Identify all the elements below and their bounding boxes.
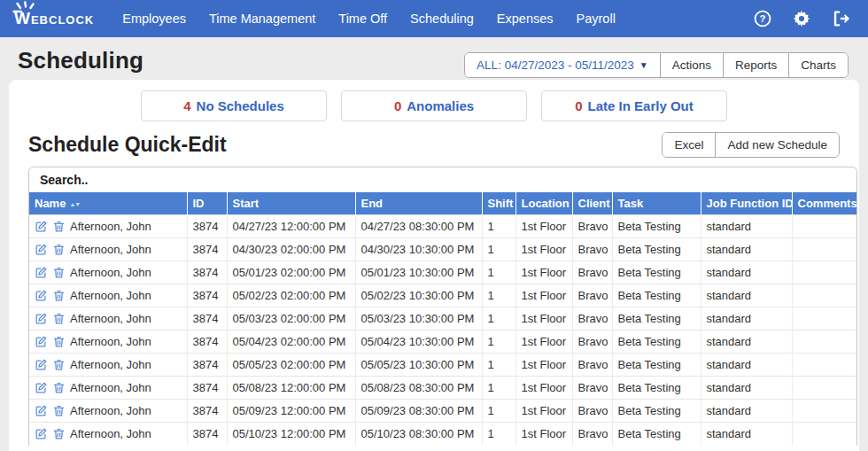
- employee-name: Afternoon, John: [70, 404, 151, 417]
- delete-trash-icon[interactable]: [52, 381, 66, 394]
- delete-trash-icon[interactable]: [52, 243, 66, 256]
- table-row[interactable]: Afternoon, John 3874 04/27/23 12:00:00 P…: [29, 215, 856, 238]
- schedule-client: Bravo: [572, 238, 612, 261]
- charts-button[interactable]: Charts: [788, 53, 848, 77]
- schedule-table-body: Afternoon, John 3874 04/27/23 12:00:00 P…: [29, 215, 856, 446]
- delete-trash-icon[interactable]: [52, 312, 66, 325]
- delete-trash-icon[interactable]: [52, 404, 66, 417]
- date-range-dropdown[interactable]: ALL: 04/27/2023 - 05/11/2023 ▼: [465, 53, 660, 77]
- table-row[interactable]: Afternoon, John 3874 05/02/23 02:00:00 P…: [29, 284, 856, 307]
- help-icon[interactable]: ?: [753, 9, 772, 28]
- schedule-comments: [792, 330, 856, 354]
- table-row[interactable]: Afternoon, John 3874 05/04/23 02:00:00 P…: [29, 330, 856, 354]
- delete-trash-icon[interactable]: [52, 289, 66, 302]
- stat-late-in-early-out[interactable]: 0 Late In Early Out: [541, 90, 727, 121]
- stat-anomalies[interactable]: 0 Anomalies: [341, 90, 527, 121]
- schedule-shift: 1: [482, 330, 515, 354]
- nav-item-employees[interactable]: Employees: [122, 12, 186, 26]
- edit-icon[interactable]: [35, 289, 48, 302]
- schedule-end: 05/09/23 08:30:00 PM: [355, 400, 482, 423]
- nav-item-expenses[interactable]: Expenses: [497, 12, 554, 26]
- delete-trash-icon[interactable]: [52, 335, 66, 348]
- schedule-task: Beta Testing: [612, 238, 701, 261]
- column-header-task[interactable]: Task: [612, 192, 701, 215]
- schedule-task: Beta Testing: [612, 261, 701, 284]
- edit-icon[interactable]: [35, 381, 48, 394]
- edit-icon[interactable]: [35, 335, 48, 348]
- delete-trash-icon[interactable]: [52, 220, 66, 233]
- nav-item-time-off[interactable]: Time Off: [338, 12, 387, 26]
- employee-name: Afternoon, John: [70, 358, 151, 371]
- settings-gear-icon[interactable]: [792, 9, 811, 28]
- schedule-comments: [792, 400, 856, 423]
- column-header-end[interactable]: End: [355, 192, 482, 215]
- schedule-id: 3874: [187, 423, 227, 446]
- schedule-id: 3874: [187, 377, 227, 400]
- table-row[interactable]: Afternoon, John 3874 05/09/23 12:00:00 P…: [29, 400, 856, 423]
- table-row[interactable]: Afternoon, John 3874 05/01/23 02:00:00 P…: [29, 261, 856, 284]
- schedule-start: 05/05/23 02:00:00 PM: [227, 354, 355, 377]
- column-header-start[interactable]: Start: [227, 192, 355, 215]
- delete-trash-icon[interactable]: [52, 266, 66, 279]
- column-header-job-function-id[interactable]: Job Function ID: [701, 192, 792, 215]
- column-header-name[interactable]: Name▲▼: [29, 192, 187, 215]
- table-row[interactable]: Afternoon, John 3874 04/30/23 02:00:00 P…: [29, 238, 856, 261]
- search-input[interactable]: [29, 167, 856, 192]
- column-header-id[interactable]: ID: [187, 192, 227, 215]
- webclock-logo[interactable]: WebClock: [14, 9, 94, 28]
- delete-trash-icon[interactable]: [52, 358, 66, 371]
- schedule-end: 05/02/23 10:30:00 PM: [355, 284, 482, 307]
- column-header-shift[interactable]: Shift: [482, 192, 515, 215]
- table-row[interactable]: Afternoon, John 3874 05/03/23 02:00:00 P…: [29, 307, 856, 330]
- nav-item-time-management[interactable]: Time Management: [209, 12, 315, 26]
- schedule-client: Bravo: [572, 377, 612, 400]
- schedule-location: 1st Floor: [515, 377, 572, 400]
- schedule-task: Beta Testing: [612, 354, 701, 377]
- edit-icon[interactable]: [35, 427, 48, 440]
- edit-icon[interactable]: [35, 220, 48, 233]
- schedule-shift: 1: [482, 377, 515, 400]
- reports-button[interactable]: Reports: [723, 53, 788, 77]
- add-new-schedule-button[interactable]: Add new Schedule: [715, 133, 839, 157]
- schedule-end: 05/05/23 10:30:00 PM: [355, 354, 482, 377]
- nav-item-scheduling[interactable]: Scheduling: [410, 12, 474, 26]
- edit-icon[interactable]: [35, 243, 48, 256]
- column-header-location[interactable]: Location: [515, 192, 572, 215]
- schedule-job-function-id: standard: [701, 354, 792, 377]
- column-header-client[interactable]: Client: [572, 192, 612, 215]
- schedule-shift: 1: [482, 354, 515, 377]
- edit-icon[interactable]: [35, 266, 48, 279]
- employee-name: Afternoon, John: [70, 220, 151, 233]
- employee-name: Afternoon, John: [70, 335, 151, 348]
- schedule-start: 05/08/23 12:00:00 PM: [227, 377, 355, 400]
- table-row[interactable]: Afternoon, John 3874 05/08/23 12:00:00 P…: [29, 377, 856, 400]
- table-row[interactable]: Afternoon, John 3874 05/05/23 02:00:00 P…: [29, 354, 856, 377]
- stat-no-schedules[interactable]: 4 No Schedules: [141, 90, 327, 121]
- schedule-client: Bravo: [572, 423, 612, 446]
- edit-icon[interactable]: [35, 312, 48, 325]
- schedule-comments: [792, 377, 856, 400]
- delete-trash-icon[interactable]: [52, 427, 66, 440]
- logout-icon[interactable]: [831, 9, 850, 28]
- table-row[interactable]: Afternoon, John 3874 05/10/23 12:00:00 P…: [29, 423, 856, 446]
- schedule-id: 3874: [187, 284, 227, 307]
- schedule-client: Bravo: [572, 307, 612, 330]
- table-header-row: Name▲▼ ID Start End Shift Location Clien…: [29, 192, 856, 215]
- excel-button[interactable]: Excel: [663, 133, 715, 157]
- clock-rays-icon: [12, 1, 39, 17]
- search-row: [29, 167, 856, 192]
- schedule-job-function-id: standard: [701, 423, 792, 446]
- schedule-location: 1st Floor: [515, 354, 572, 377]
- employee-name: Afternoon, John: [70, 289, 151, 302]
- schedule-client: Bravo: [572, 284, 612, 307]
- nav-item-payroll[interactable]: Payroll: [577, 12, 616, 26]
- schedule-job-function-id: standard: [701, 400, 792, 423]
- schedule-shift: 1: [482, 284, 515, 307]
- column-header-comments[interactable]: Comments: [792, 192, 856, 215]
- schedule-client: Bravo: [572, 330, 612, 354]
- edit-icon[interactable]: [35, 358, 48, 371]
- actions-button[interactable]: Actions: [660, 53, 723, 77]
- schedule-shift: 1: [482, 400, 515, 423]
- edit-icon[interactable]: [35, 404, 48, 417]
- topbar: WebClock Employees Time Management Time …: [0, 0, 868, 37]
